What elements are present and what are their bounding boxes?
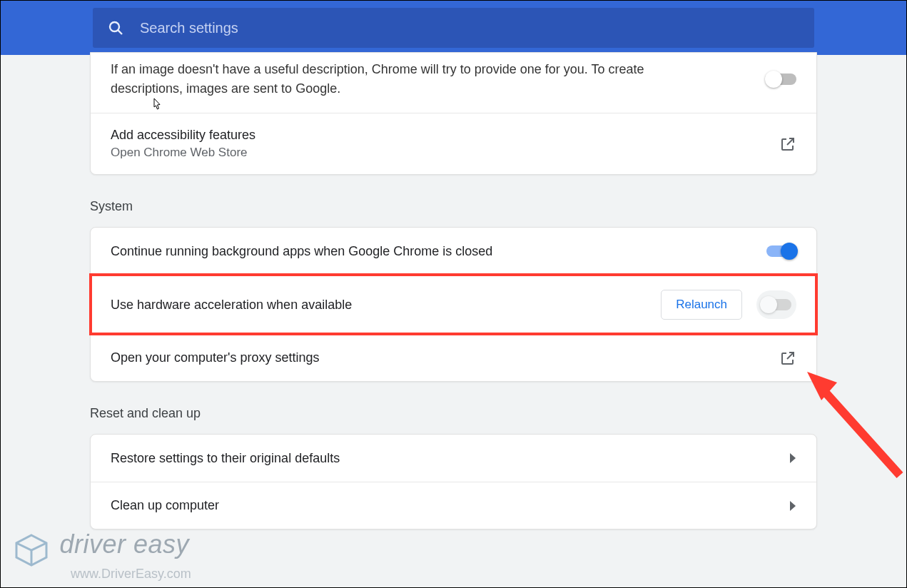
clean-up-title: Clean up computer xyxy=(111,498,219,513)
search-container[interactable] xyxy=(93,8,814,48)
image-descriptions-toggle[interactable] xyxy=(766,74,796,85)
chevron-right-icon xyxy=(789,501,796,511)
system-section-label: System xyxy=(90,199,817,214)
hardware-acceleration-toggle[interactable] xyxy=(761,299,791,310)
search-icon xyxy=(107,19,124,36)
relaunch-button[interactable]: Relaunch xyxy=(661,290,742,320)
external-link-icon xyxy=(779,136,796,153)
image-descriptions-text: If an image doesn't have a useful descri… xyxy=(111,60,696,98)
header-bar xyxy=(1,1,906,55)
svg-line-1 xyxy=(118,30,122,34)
hardware-acceleration-row[interactable]: Use hardware acceleration when available… xyxy=(91,275,816,334)
external-link-icon xyxy=(779,350,796,367)
reset-card: Restore settings to their original defau… xyxy=(90,434,817,529)
restore-defaults-row[interactable]: Restore settings to their original defau… xyxy=(91,435,816,482)
proxy-settings-row[interactable]: Open your computer's proxy settings xyxy=(91,334,816,381)
add-accessibility-title: Add accessibility features xyxy=(111,128,255,143)
accessibility-card: If an image doesn't have a useful descri… xyxy=(90,52,817,175)
image-descriptions-row[interactable]: If an image doesn't have a useful descri… xyxy=(91,53,816,113)
reset-section-label: Reset and clean up xyxy=(90,406,817,421)
watermark-sub: www.DriverEasy.com xyxy=(71,567,191,582)
background-apps-toggle[interactable] xyxy=(766,245,796,257)
add-accessibility-sub: Open Chrome Web Store xyxy=(111,146,255,160)
add-accessibility-row[interactable]: Add accessibility features Open Chrome W… xyxy=(91,113,816,174)
background-apps-title: Continue running background apps when Go… xyxy=(111,244,492,259)
system-card: Continue running background apps when Go… xyxy=(90,227,817,382)
restore-defaults-title: Restore settings to their original defau… xyxy=(111,451,340,466)
background-apps-row[interactable]: Continue running background apps when Go… xyxy=(91,228,816,275)
clean-up-row[interactable]: Clean up computer xyxy=(91,482,816,529)
search-input[interactable] xyxy=(140,20,800,36)
proxy-settings-title: Open your computer's proxy settings xyxy=(111,350,320,365)
hardware-acceleration-title: Use hardware acceleration when available xyxy=(111,298,352,313)
svg-point-0 xyxy=(110,22,119,31)
chevron-right-icon xyxy=(789,453,796,463)
hardware-acceleration-toggle-wrap[interactable] xyxy=(756,290,796,319)
